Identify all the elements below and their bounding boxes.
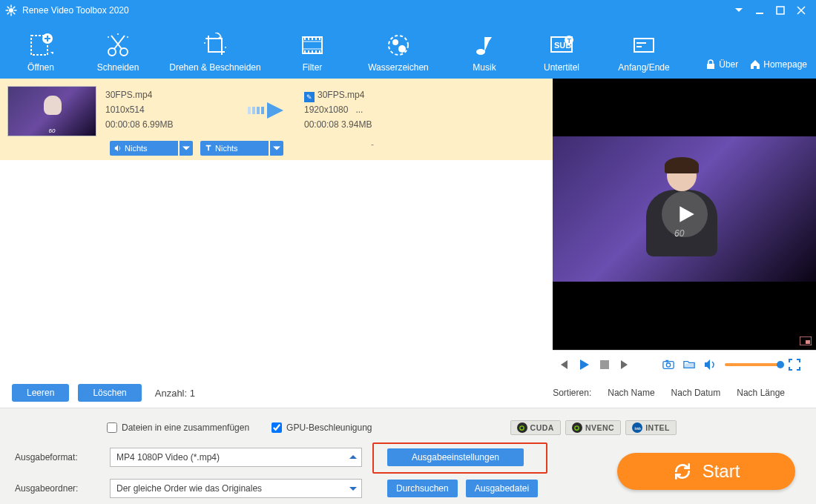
folder-select[interactable]: Der gleiche Order wie das Originales: [110, 479, 362, 498]
tool-rotate-crop[interactable]: Drehen & Beschneiden: [163, 33, 267, 73]
tool-start-end[interactable]: Anfang/Ende: [607, 33, 681, 73]
start-button[interactable]: Start: [617, 453, 795, 490]
svg-rect-45: [248, 107, 251, 114]
scissors-icon: [105, 33, 131, 58]
crop-rotate-icon: [203, 33, 228, 58]
subtitle-icon: SUBT: [549, 33, 574, 58]
merge-checkbox[interactable]: Dateien in eine zusammenfügen: [107, 422, 249, 433]
list-actions: Leeren Löschen Anzahl: 1 Sortieren: Nach…: [0, 378, 816, 408]
svg-point-55: [520, 425, 524, 429]
close-icon[interactable]: [791, 0, 812, 21]
svg-line-6: [13, 13, 16, 15]
next-button[interactable]: [619, 359, 631, 371]
caret-up-icon: [349, 454, 357, 461]
play-overlay-button[interactable]: [662, 191, 708, 237]
svg-rect-25: [312, 38, 313, 40]
watermark-icon: [386, 33, 411, 58]
svg-point-34: [392, 39, 398, 45]
edit-icon[interactable]: ✎: [304, 92, 315, 102]
format-select[interactable]: MP4 1080P Video (*.mp4): [110, 448, 362, 467]
highlight-box: [372, 442, 547, 474]
play-button[interactable]: [578, 359, 590, 371]
svg-rect-29: [308, 50, 309, 53]
music-note-icon: [472, 33, 497, 58]
preview-panel: 60: [553, 79, 816, 378]
tool-label: Musik: [453, 62, 516, 73]
title-bar: Renee Video Toolbox 2020: [0, 0, 816, 21]
svg-rect-44: [707, 64, 714, 69]
tool-open[interactable]: Öffnen: [9, 33, 73, 73]
tool-label: Drehen & Beschneiden: [163, 62, 267, 73]
svg-point-33: [389, 36, 408, 55]
tool-label: Wasserzeichen: [358, 62, 439, 73]
cuda-badge: CUDA: [510, 420, 561, 435]
svg-line-5: [7, 7, 10, 9]
tool-cut[interactable]: Schneiden: [86, 33, 150, 73]
browse-button[interactable]: Durchsuchen: [387, 480, 458, 497]
svg-text:T: T: [567, 37, 572, 44]
intel-badge: intelINTEL: [625, 420, 677, 435]
svg-point-56: [575, 425, 579, 429]
video-preview[interactable]: 60: [553, 79, 816, 350]
volume-slider[interactable]: [725, 363, 780, 366]
svg-rect-48: [261, 107, 264, 114]
minimize-icon[interactable]: [749, 0, 770, 21]
svg-point-53: [666, 363, 670, 367]
stop-button[interactable]: [599, 359, 611, 371]
tool-filter[interactable]: Filter: [280, 33, 344, 73]
main-toolbar: Öffnen Schneiden Drehen & Beschneiden Fi…: [0, 21, 816, 79]
tool-watermark[interactable]: Wasserzeichen: [358, 33, 439, 73]
tool-music[interactable]: Musik: [453, 33, 516, 73]
fullscreen-button[interactable]: [789, 359, 800, 371]
nvenc-badge: NVENC: [565, 420, 621, 435]
delete-button[interactable]: Löschen: [78, 384, 141, 402]
volume-button[interactable]: [704, 359, 716, 371]
home-icon: [750, 59, 760, 70]
svg-rect-23: [304, 38, 306, 40]
sort-by-length[interactable]: Nach Länge: [737, 388, 785, 398]
svg-point-0: [9, 8, 13, 13]
svg-point-18: [204, 42, 205, 44]
app-title: Renee Video Toolbox 2020: [22, 5, 129, 16]
text-dropdown[interactable]: Nichts: [200, 141, 283, 156]
dash: -: [371, 139, 374, 150]
open-folder-button[interactable]: [683, 359, 695, 371]
tool-label: Anfang/Ende: [607, 62, 681, 73]
tool-label: Schneiden: [86, 62, 150, 73]
svg-point-17: [117, 33, 119, 35]
filmstrip-icon: [300, 33, 325, 58]
tool-subtitle[interactable]: SUBT Untertitel: [530, 33, 593, 73]
source-thumbnail[interactable]: [7, 86, 96, 136]
maximize-icon[interactable]: [770, 0, 791, 21]
clear-button[interactable]: Leeren: [12, 384, 69, 402]
pip-icon[interactable]: [800, 336, 812, 345]
target-info: ✎30FPS.mp4 1920x1080 ... 00:00:08 3.94MB: [304, 86, 438, 132]
output-file-button[interactable]: Ausgabedatei: [466, 480, 538, 497]
about-link[interactable]: Über: [705, 59, 738, 70]
svg-rect-9: [756, 13, 763, 14]
file-row[interactable]: 30FPS.mp4 1010x514 00:00:08 6.99MB ✎30FP…: [0, 79, 553, 160]
player-controls: [553, 350, 816, 378]
gpu-checkbox[interactable]: GPU-Beschleunigung: [272, 422, 372, 433]
caret-down-icon: [349, 485, 357, 492]
text-icon: [205, 145, 212, 152]
svg-rect-50: [806, 340, 810, 344]
sort-by-name[interactable]: Nach Name: [608, 388, 654, 398]
svg-point-14: [120, 48, 128, 56]
sort-by-date[interactable]: Nach Datum: [671, 388, 721, 398]
svg-point-13: [108, 48, 116, 56]
svg-line-8: [13, 7, 16, 9]
menu-dropdown-icon[interactable]: [728, 0, 749, 21]
file-list: 30FPS.mp4 1010x514 00:00:08 6.99MB ✎30FP…: [0, 79, 553, 378]
svg-rect-52: [663, 362, 674, 369]
snapshot-button[interactable]: [662, 359, 674, 371]
svg-rect-30: [312, 50, 313, 53]
prev-button[interactable]: [557, 359, 569, 371]
tool-label: Öffnen: [9, 62, 73, 73]
audio-dropdown[interactable]: Nichts: [110, 141, 193, 156]
sort-label: Sortieren:: [553, 388, 591, 398]
svg-point-19: [225, 47, 226, 48]
svg-rect-51: [600, 360, 609, 369]
svg-point-35: [398, 45, 406, 53]
homepage-link[interactable]: Homepage: [750, 59, 807, 70]
